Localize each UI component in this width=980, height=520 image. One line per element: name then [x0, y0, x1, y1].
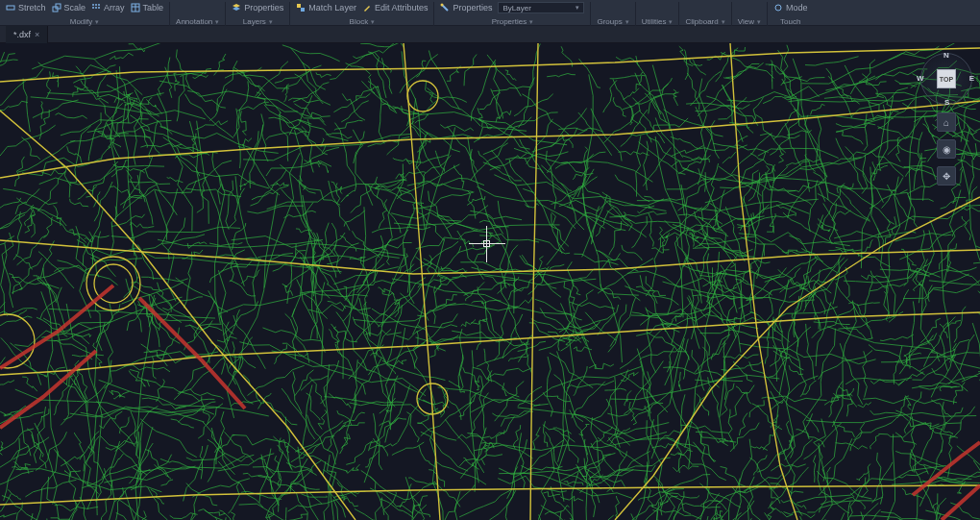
nav-home-button[interactable]: ⌂	[937, 112, 956, 132]
scale-label: Scale	[64, 3, 86, 12]
nav-pan-button[interactable]: ✥	[937, 166, 956, 186]
mode-icon	[773, 3, 783, 12]
table-button[interactable]: Table	[131, 3, 164, 12]
edit-attributes-label: Edit Attributes	[375, 3, 429, 12]
stretch-label: Stretch	[18, 3, 46, 12]
panel-title-block[interactable]: Block▾	[350, 17, 376, 26]
scale-button[interactable]: Scale	[52, 3, 86, 12]
panel-title-properties[interactable]: Properties▾	[492, 17, 533, 26]
bylayer-combo[interactable]: ByLayer ▾	[498, 2, 584, 13]
bylayer-combo-value: ByLayer	[502, 4, 530, 12]
svg-rect-12	[297, 4, 301, 8]
stretch-icon	[6, 3, 15, 12]
svg-point-15	[775, 5, 781, 11]
svg-point-6	[92, 7, 94, 9]
edit-attr-icon	[362, 3, 372, 12]
svg-point-8	[98, 7, 100, 9]
panel-properties: Properties ByLayer ▾ Properties▾	[434, 2, 591, 26]
table-label: Table	[143, 3, 164, 12]
panel-block: Match Layer Edit Attributes Block▾	[290, 2, 434, 26]
properties-button[interactable]: Properties	[440, 3, 492, 12]
match-layer-label: Match Layer	[308, 3, 356, 12]
array-button[interactable]: Array	[91, 3, 125, 12]
viewcube-south[interactable]: S	[944, 98, 949, 107]
properties-label: Properties	[453, 3, 492, 12]
svg-point-5	[98, 4, 100, 6]
layer-properties-label: Properties	[244, 3, 283, 12]
touch-mode-button[interactable]: Mode	[773, 3, 808, 12]
drawing-canvas[interactable]: N S E W TOP ⌂ ◉ ✥	[0, 43, 980, 520]
file-tab-label: *.dxf	[13, 30, 31, 39]
road-network-canvas[interactable]	[0, 43, 980, 520]
panel-title-clipboard[interactable]: Clipboard▾	[685, 17, 724, 26]
svg-point-7	[95, 7, 97, 9]
svg-rect-13	[301, 8, 305, 12]
nav-wheel-button[interactable]: ◉	[937, 139, 956, 159]
svg-rect-0	[7, 6, 14, 10]
file-tab-bar: *.dxf ×	[0, 26, 980, 43]
viewcube-top-face[interactable]: TOP	[937, 69, 956, 88]
layer-props-icon	[232, 3, 241, 12]
panel-layers: Properties Layers▾	[226, 2, 290, 26]
touch-mode-label: Mode	[786, 3, 808, 12]
chevron-down-icon: ▾	[576, 4, 579, 12]
stretch-button[interactable]: Stretch	[6, 3, 46, 12]
panel-title-view[interactable]: View▾	[738, 17, 761, 26]
panel-utilities: Utilities▾	[636, 2, 680, 26]
panel-title-utilities[interactable]: Utilities▾	[642, 17, 674, 26]
svg-point-14	[441, 4, 444, 7]
panel-clipboard: Clipboard▾	[679, 2, 731, 26]
array-icon	[91, 3, 101, 12]
viewcube-east[interactable]: E	[969, 74, 974, 83]
edit-attributes-button[interactable]: Edit Attributes	[362, 3, 429, 12]
panel-title-groups[interactable]: Groups▾	[597, 17, 628, 26]
array-label: Array	[104, 3, 125, 12]
match-layer-icon	[296, 3, 306, 12]
panel-groups: Groups▾	[591, 2, 635, 26]
match-layer-button[interactable]: Match Layer	[296, 3, 356, 12]
close-icon[interactable]: ×	[35, 30, 39, 39]
viewcube-north[interactable]: N	[943, 51, 949, 60]
layer-properties-button[interactable]: Properties	[232, 3, 283, 12]
panel-title-touch[interactable]: Touch	[780, 17, 800, 26]
panel-touch: Mode Touch	[768, 2, 814, 26]
nav-tools: N S E W TOP ⌂ ◉ ✥	[920, 53, 972, 186]
viewcube[interactable]: N S E W TOP	[920, 53, 972, 105]
panel-modify: Stretch Scale Array Table Modify▾	[0, 2, 170, 26]
svg-point-4	[95, 4, 97, 6]
ribbon: Stretch Scale Array Table Modify▾ Annota…	[0, 0, 980, 26]
svg-point-3	[92, 4, 94, 6]
viewcube-west[interactable]: W	[917, 74, 924, 83]
table-icon	[131, 3, 140, 12]
panel-annotation: Annotation▾	[170, 2, 226, 26]
panel-title-modify[interactable]: Modify▾	[70, 17, 100, 26]
scale-icon	[52, 3, 61, 12]
panel-title-layers[interactable]: Layers▾	[243, 17, 273, 26]
file-tab[interactable]: *.dxf ×	[6, 26, 48, 43]
panel-title-annotation[interactable]: Annotation▾	[176, 17, 219, 26]
match-icon	[440, 3, 450, 12]
panel-view: View▾	[732, 2, 768, 26]
